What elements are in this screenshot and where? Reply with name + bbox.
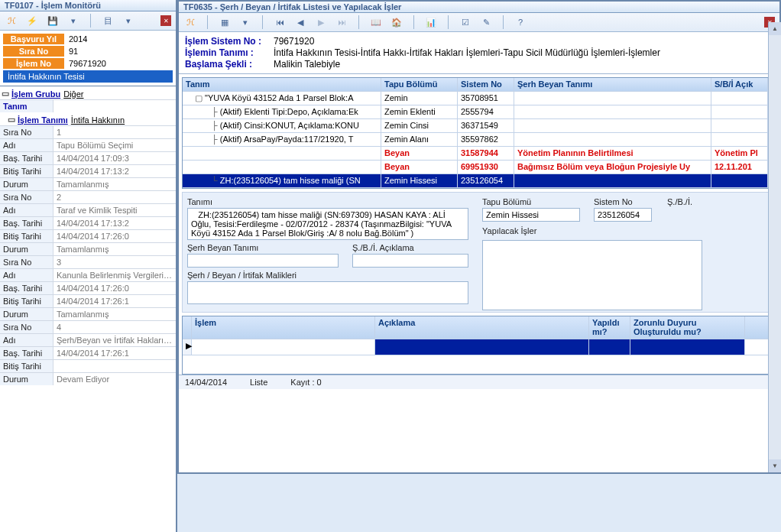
left-field-row: Baş. Tarihi14/04/2014 17:13:2 — [0, 216, 176, 229]
table-row[interactable]: ├(Aktif) Eklenti Tipi:Depo, Açıklama:EkZ… — [183, 105, 776, 119]
table-row[interactable]: └ZH:(235126054) tam hisse maliği (SNZemi… — [183, 174, 776, 188]
bottom-grid-header: İşlem Açıklama Yapıldı mı? Zorunlu Duyur… — [183, 316, 776, 339]
scroll-down-icon[interactable]: ▼ — [769, 459, 781, 472]
left-field-val: Tapu Bölümü Seçimi — [53, 139, 176, 151]
left-field-val: Tamamlanmış — [53, 308, 176, 320]
yapilacak-label: Yapılacak İşler — [482, 226, 582, 235]
left-field-row: AdıŞerh/Beyan ve İrtifak Hakları Kontrol… — [0, 333, 176, 346]
islem-tanimi-label: ▭ İşlem Tanımı İntifa Hakkının — [6, 112, 176, 125]
left-window-title: TF0107 - İşlem Monitörü — [0, 0, 176, 11]
sbiac-label: Ş./B./İ. Açıklama — [352, 243, 470, 252]
left-field-val — [53, 360, 176, 372]
table-row[interactable]: ├(Aktif) ArsaPay/Payda:117/21920, TZemin… — [183, 133, 776, 147]
left-field-row: AdıKanunla Belirlenmiş Vergilerin Kontro… — [0, 268, 176, 281]
left-header: Başvuru Yıl 2014 Sıra No 91 İşlem No 796… — [0, 31, 176, 86]
left-field-row: Baş. Tarihi14/04/2014 17:26:1 — [0, 346, 176, 359]
left-field-val: Tamamlanmış — [53, 243, 176, 255]
right-panel: TF0635 - Şerh / Beyan / İrtifak Listesi … — [177, 0, 781, 474]
left-field-row: DurumDevam Ediyor — [0, 372, 176, 385]
info-block: İşlem Sistem No :79671920 İşlemin Tanımı… — [179, 32, 779, 74]
hdr-key-sira: Sıra No — [3, 46, 64, 57]
left-field-row: Bitiş Tarihi14/04/2014 17:26:0 — [0, 229, 176, 242]
table-row[interactable]: Beyan31587944Yönetim Planının Belirtilme… — [183, 147, 776, 161]
left-field-val: 14/04/2014 17:26:0 — [53, 282, 176, 294]
book-icon[interactable]: 📖 — [369, 15, 383, 29]
tanim-textarea[interactable]: ZH:(235126054) tam hisse maliği (SN:6973… — [187, 208, 468, 240]
left-field-key: Sıra No — [0, 126, 53, 138]
sistemno-label: Sistem No — [594, 197, 655, 206]
left-field-key: Durum — [0, 308, 53, 320]
right-window-title: TF0635 - Şerh / Beyan / İrtifak Listesi … — [179, 2, 779, 13]
bottom-grid[interactable]: İşlem Açıklama Yapıldı mı? Zorunlu Duyur… — [182, 316, 776, 375]
tapu-field[interactable] — [482, 208, 580, 222]
dropdown-icon[interactable]: ▾ — [238, 15, 252, 29]
left-field-row: AdıTapu Bölümü Seçimi — [0, 138, 176, 151]
thunder-icon[interactable]: ⚡ — [25, 14, 39, 28]
left-field-row: Sıra No2 — [0, 190, 176, 203]
left-field-val: Devam Ediyor — [53, 373, 176, 385]
first-icon[interactable]: ⏮ — [273, 15, 287, 29]
left-field-row: DurumTamamlanmış — [0, 242, 176, 255]
help-icon[interactable]: ? — [514, 15, 527, 29]
tanim-label: Tanımı — [187, 197, 470, 206]
left-field-val: Kanunla Belirlenmiş Vergilerin Kontrolü — [53, 269, 176, 281]
left-field-key: Adı — [0, 334, 53, 346]
left-field-row: Sıra No3 — [0, 255, 176, 268]
right-toolbar: ℋ ▦ ▾ ⏮ ◀ ▶ ⏭ 📖 🏠 📊 ☑ ✎ ? ✕ — [179, 13, 779, 32]
dropdown2-icon[interactable]: ▾ — [122, 14, 135, 28]
tree-icon[interactable]: ⽬ — [101, 14, 115, 28]
table-row[interactable]: Beyan69951930Bağımsız Bölüm veya Bloğun … — [183, 161, 776, 174]
home-icon[interactable]: 🏠 — [390, 15, 403, 29]
status-banner: İntifa Hakkının Tesisi — [3, 70, 173, 83]
left-field-row: Bitiş Tarihi — [0, 359, 176, 372]
next-icon[interactable]: ▶ — [314, 15, 328, 29]
malikler-textarea[interactable] — [187, 281, 468, 304]
save-icon[interactable]: 💾 — [46, 14, 60, 28]
left-field-row: DurumTamamlanmış — [0, 177, 176, 190]
edit-icon[interactable]: ✎ — [479, 15, 493, 29]
status-date: 14/04/2014 — [185, 378, 227, 387]
left-field-row: DurumTamamlanmış — [0, 307, 176, 320]
sbiac-field[interactable] — [352, 254, 468, 268]
left-field-key: Baş. Tarihi — [0, 347, 53, 359]
left-field-val: Taraf ve Kimlik Tespiti — [53, 204, 176, 216]
table-row[interactable]: ▢"YUVA Köyü 43152 Ada 1 Parsel Blok:AZem… — [183, 92, 776, 105]
chart-icon[interactable]: 📊 — [424, 15, 438, 29]
check-icon[interactable]: ☑ — [459, 15, 472, 29]
left-field-val: 14/04/2014 17:26:1 — [53, 295, 176, 307]
serh-field[interactable] — [187, 254, 339, 268]
hdr-val-basvuru: 2014 — [64, 34, 173, 44]
left-field-key: Sıra No — [0, 191, 53, 203]
dropdown-icon[interactable]: ▾ — [66, 14, 80, 28]
left-field-val: Tamamlanmış — [53, 178, 176, 190]
scroll-up-icon[interactable]: ▲ — [769, 22, 781, 35]
table-row[interactable]: ├(Aktif) Cinsi:KONUT, Açıklama:KONUZemin… — [183, 119, 776, 133]
left-field-val: 14/04/2014 17:26:0 — [53, 230, 176, 242]
grid-icon[interactable]: ▦ — [218, 15, 232, 29]
tapu-label: Tapu Bölümü — [482, 197, 582, 206]
last-icon[interactable]: ⏭ — [335, 15, 348, 29]
prev-icon[interactable]: ◀ — [293, 15, 307, 29]
close-icon[interactable]: ✕ — [160, 15, 171, 26]
hdr-val-islem: 79671920 — [64, 58, 173, 69]
hdr-key-islem: İşlem No — [3, 58, 64, 69]
left-field-key: Baş. Tarihi — [0, 152, 53, 164]
collapse-icon[interactable]: ▭ — [2, 89, 9, 99]
status-count: Kayıt : 0 — [290, 378, 321, 387]
left-field-val: Şerh/Beyan ve İrtifak Hakları Kontrolü — [53, 334, 176, 346]
sistemno-field[interactable] — [594, 208, 652, 222]
status-bar: 14/04/2014 Liste Kayıt : 0 — [179, 375, 779, 389]
left-field-key: Sıra No — [0, 256, 53, 268]
left-field-val: 14/04/2014 17:26:1 — [53, 347, 176, 359]
left-field-val: 4 — [53, 321, 176, 333]
right-scrollbar[interactable]: ▲ ▼ — [768, 22, 781, 472]
left-field-val: 14/04/2014 17:13:2 — [53, 165, 176, 177]
main-grid[interactable]: Tanım Tapu Bölümü Sistem No Şerh Beyan T… — [182, 77, 776, 189]
collapse-icon[interactable]: ▭ — [8, 115, 15, 125]
left-field-row: Sıra No4 — [0, 320, 176, 333]
left-field-key: Bitiş Tarihi — [0, 360, 53, 372]
grid-header: Tanım Tapu Bölümü Sistem No Şerh Beyan T… — [183, 78, 776, 92]
left-field-val: 2 — [53, 191, 176, 203]
left-field-key: Baş. Tarihi — [0, 282, 53, 294]
yapilacak-textarea[interactable] — [482, 240, 702, 310]
